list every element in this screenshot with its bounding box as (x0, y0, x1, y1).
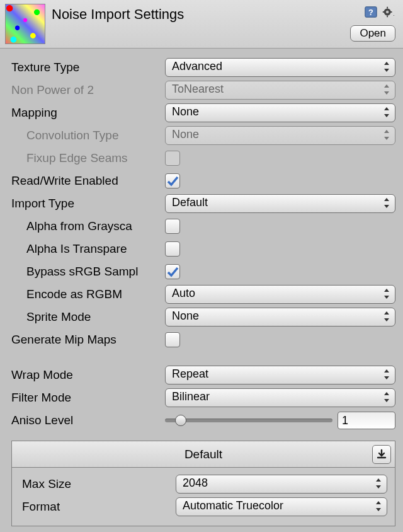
slider-track (165, 419, 332, 422)
help-icon[interactable]: ? (364, 5, 378, 22)
alpha-from-grayscale-label: Alpha from Graysca (11, 219, 165, 233)
convolution-type-label: Convolution Type (11, 129, 165, 142)
sprite-mode-label: Sprite Mode (11, 310, 165, 324)
bypass-srgb-label: Bypass sRGB Sampl (11, 265, 165, 279)
updown-icon (375, 477, 382, 490)
generate-mipmaps-label: Generate Mip Maps (11, 333, 165, 347)
alpha-is-transparency-checkbox[interactable] (165, 241, 180, 257)
max-size-label: Max Size (22, 477, 176, 491)
convolution-type-select: None (165, 126, 395, 145)
updown-icon (383, 197, 390, 209)
platform-tab-label: Default (184, 448, 222, 461)
format-select[interactable]: Automatic Truecolor (176, 497, 387, 516)
download-icon[interactable] (372, 445, 391, 464)
texture-type-value: Advanced (172, 60, 222, 72)
filter-mode-select[interactable]: Bilinear (165, 388, 395, 407)
updown-icon (383, 368, 390, 381)
wrap-mode-select[interactable]: Repeat (165, 366, 395, 385)
updown-icon (383, 106, 390, 119)
alpha-is-transparency-label: Alpha Is Transpare (11, 242, 165, 256)
updown-icon (383, 287, 390, 300)
filter-mode-value: Bilinear (172, 390, 210, 403)
aniso-level-slider[interactable] (165, 414, 332, 427)
wrap-mode-value: Repeat (172, 367, 208, 380)
read-write-checkbox[interactable] (165, 173, 180, 188)
max-size-value: 2048 (183, 477, 208, 489)
alpha-from-grayscale-checkbox[interactable] (165, 219, 180, 234)
platform-tab-default[interactable]: Default (12, 441, 395, 468)
sprite-mode-value: None (172, 309, 199, 322)
encode-rgbm-select[interactable]: Auto (165, 285, 395, 304)
open-button[interactable]: Open (350, 25, 395, 42)
non-power-of-2-select: ToNearest (165, 81, 395, 100)
svg-point-3 (386, 11, 389, 14)
import-type-select[interactable]: Default (165, 194, 395, 213)
updown-icon (383, 391, 390, 403)
texture-type-select[interactable]: Advanced (165, 58, 395, 77)
encode-rgbm-label: Encode as RGBM (11, 287, 165, 301)
convolution-type-value: None (172, 128, 199, 141)
mapping-select[interactable]: None (165, 103, 395, 122)
generate-mipmaps-checkbox[interactable] (165, 332, 180, 347)
encode-rgbm-value: Auto (172, 287, 195, 299)
format-label: Format (22, 500, 176, 514)
format-value: Automatic Truecolor (183, 499, 283, 512)
svg-text:?: ? (368, 8, 373, 17)
non-power-of-2-value: ToNearest (172, 83, 224, 95)
updown-icon (383, 61, 390, 73)
platform-settings: Default Max Size 2048 Format Automatic T… (11, 441, 395, 526)
filter-mode-label: Filter Mode (11, 391, 165, 405)
gear-icon[interactable]: . (382, 5, 395, 22)
mapping-value: None (172, 105, 199, 118)
updown-icon (383, 83, 390, 96)
fixup-edge-seams-checkbox (165, 151, 180, 166)
fixup-edge-seams-label: Fixup Edge Seams (11, 151, 165, 165)
sprite-mode-select[interactable]: None (165, 308, 395, 327)
read-write-label: Read/Write Enabled (11, 174, 165, 188)
aniso-level-field[interactable] (338, 412, 395, 429)
wrap-mode-label: Wrap Mode (11, 368, 165, 382)
max-size-select[interactable]: 2048 (176, 475, 387, 494)
import-type-value: Default (172, 196, 208, 209)
updown-icon (383, 310, 390, 323)
svg-text:.: . (393, 11, 394, 17)
updown-icon (383, 129, 390, 141)
bypass-srgb-checkbox[interactable] (165, 264, 180, 279)
texture-type-label: Texture Type (11, 61, 165, 74)
slider-thumb[interactable] (175, 415, 186, 426)
non-power-of-2-label: Non Power of 2 (11, 83, 165, 97)
aniso-level-label: Aniso Level (11, 413, 165, 427)
import-type-label: Import Type (11, 197, 165, 211)
panel-title: Noise Import Settings (52, 4, 184, 23)
mapping-label: Mapping (11, 106, 165, 120)
texture-thumbnail (5, 4, 45, 44)
updown-icon (375, 500, 382, 512)
